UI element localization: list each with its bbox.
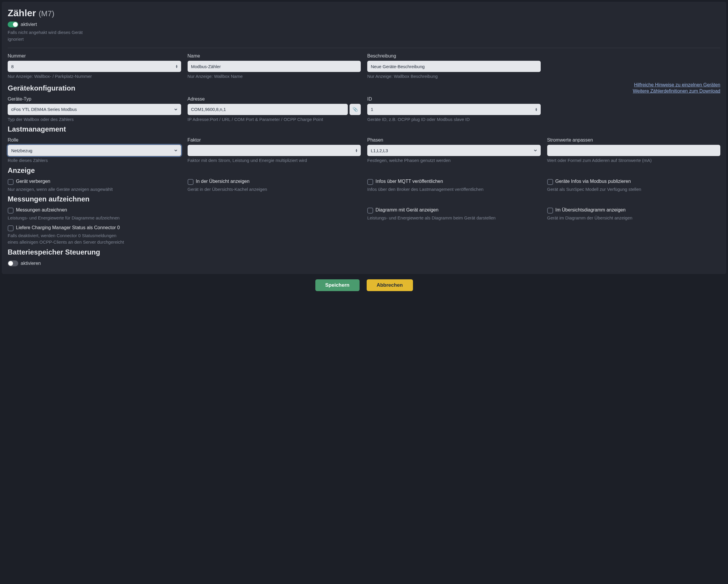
connector-checkbox[interactable] <box>8 225 14 231</box>
hide-device-help: Nur anzeigen, wenn alle Geräte anzeigen … <box>8 186 181 193</box>
show-overview-checkbox[interactable] <box>188 179 193 185</box>
role-value: Netzbezug <box>11 148 32 153</box>
battery-toggle[interactable] <box>8 261 18 266</box>
title-text: Zähler <box>8 8 36 18</box>
load-heading: Lastmanagement <box>8 125 720 133</box>
footer-bar: Speichern Abbrechen <box>2 274 726 294</box>
config-heading: Gerätekonfiguration <box>8 84 75 92</box>
factor-help: Faktor mit dem Strom, Leistung und Energ… <box>188 157 361 164</box>
number-input[interactable] <box>8 61 181 72</box>
connector-label: Liefere Charging Manager Status als Conn… <box>16 225 120 230</box>
devtype-value: cFos YTL DEM4A Series Modbus <box>11 107 77 112</box>
connector-help: Falls deaktiviert, werden Connector 0 St… <box>8 233 126 246</box>
description-input[interactable] <box>367 61 541 72</box>
record-label: Messungen aufzeichnen <box>16 207 67 213</box>
factor-input[interactable] <box>188 145 361 156</box>
name-help: Nur Anzeige: Wallbox Name <box>188 73 361 80</box>
phases-value: L1,L2,L3 <box>371 148 388 153</box>
enabled-label: aktiviert <box>21 22 37 27</box>
battery-activate-label: aktivieren <box>21 261 41 266</box>
address-label: Adresse <box>188 97 361 102</box>
hide-device-checkbox[interactable] <box>8 179 14 185</box>
modbus-publish-help: Gerät als SunSpec Modell zur Verfügung s… <box>547 186 721 193</box>
chevron-down-icon <box>174 108 178 111</box>
role-select[interactable]: Netzbezug <box>8 145 181 156</box>
paperclip-icon: 📎 <box>353 107 358 112</box>
overview-diagram-label: Im Übersichtsdiagramm anzeigen <box>555 207 626 213</box>
devtype-help: Typ der Wallbox oder des Zählers <box>8 116 181 123</box>
record-heading: Messungen aufzeichnen <box>8 195 720 203</box>
role-help: Rolle dieses Zählers <box>8 157 181 164</box>
devtype-label: Geräte-Typ <box>8 97 181 102</box>
battery-heading: Batteriespeicher Steuerung <box>8 248 720 256</box>
help-link-devices[interactable]: Hilfreiche Hinweise zu einzelnen Geräten <box>633 82 720 88</box>
adjust-input[interactable] <box>547 145 721 156</box>
enabled-help: Falls nicht angehakt wird dieses Gerät i… <box>8 29 90 43</box>
description-label: Beschreibung <box>367 53 541 59</box>
record-help: Leistungs- und Energiewerte für Diagramm… <box>8 215 181 221</box>
header-block: aktiviert Falls nicht angehakt wird dies… <box>8 22 90 43</box>
role-label: Rolle <box>8 137 181 143</box>
factor-label: Faktor <box>188 137 361 143</box>
adjust-help: Wert oder Formel zum Addieren auf Stromw… <box>547 157 721 164</box>
cancel-button[interactable]: Abbrechen <box>367 279 413 291</box>
address-help: IP Adresse:Port / URL / COM Port & Param… <box>188 116 361 123</box>
adjust-label: Stromwerte anpassen <box>547 137 721 143</box>
id-help: Geräte ID, z.B. OCPP plug ID oder Modbus… <box>367 116 541 123</box>
number-label: Nummer <box>8 53 181 59</box>
chevron-down-icon <box>174 149 178 152</box>
enabled-toggle[interactable] <box>8 22 18 27</box>
name-label: Name <box>188 53 361 59</box>
phases-help: Festlegen, welche Phasen genutzt werden <box>367 157 541 164</box>
mqtt-label: Infos über MQTT veröffentlichen <box>375 179 443 184</box>
description-help: Nur Anzeige: Wallbox Beschreibung <box>367 73 541 80</box>
mqtt-help: Infos über den Broker des Lastmanagement… <box>367 186 541 193</box>
phases-select[interactable]: L1,L2,L3 <box>367 145 541 156</box>
diagram-label: Diagramm mit Gerät anzeigen <box>375 207 438 213</box>
overview-diagram-help: Gerät im Diagramm der Übersicht anzeigen <box>547 215 721 221</box>
devtype-select[interactable]: cFos YTL DEM4A Series Modbus <box>8 104 181 115</box>
id-input[interactable] <box>367 104 541 115</box>
page-title: Zähler (M7) <box>8 8 720 19</box>
mqtt-checkbox[interactable] <box>367 179 373 185</box>
modbus-publish-label: Geräte Infos via Modbus publizieren <box>555 179 631 184</box>
phases-label: Phasen <box>367 137 541 143</box>
name-input[interactable] <box>188 61 361 72</box>
address-attach-button[interactable]: 📎 <box>349 104 361 115</box>
record-checkbox[interactable] <box>8 208 14 214</box>
display-heading: Anzeige <box>8 166 720 175</box>
chevron-down-icon <box>534 149 537 152</box>
show-overview-help: Gerät in der Übersichts-Kachel anzeigen <box>188 186 361 193</box>
diagram-help: Leistungs- und Energiewerte als Diagramm… <box>367 215 541 221</box>
address-input[interactable] <box>188 104 348 115</box>
id-label: ID <box>367 97 541 102</box>
save-button[interactable]: Speichern <box>315 279 360 291</box>
help-link-definitions[interactable]: Weitere Zählerdefinitionen zum Download <box>633 88 720 94</box>
diagram-checkbox[interactable] <box>367 208 373 214</box>
title-suffix: (M7) <box>38 9 54 18</box>
hide-device-label: Gerät verbergen <box>16 179 50 184</box>
number-help: Nur Anzeige: Wallbox- / Parkplatz-Nummer <box>8 73 181 80</box>
modbus-publish-checkbox[interactable] <box>547 179 553 185</box>
device-settings-panel: Zähler (M7) aktiviert Falls nicht angeha… <box>2 2 726 274</box>
show-overview-label: In der Übersicht anzeigen <box>196 179 250 184</box>
overview-diagram-checkbox[interactable] <box>547 208 553 214</box>
